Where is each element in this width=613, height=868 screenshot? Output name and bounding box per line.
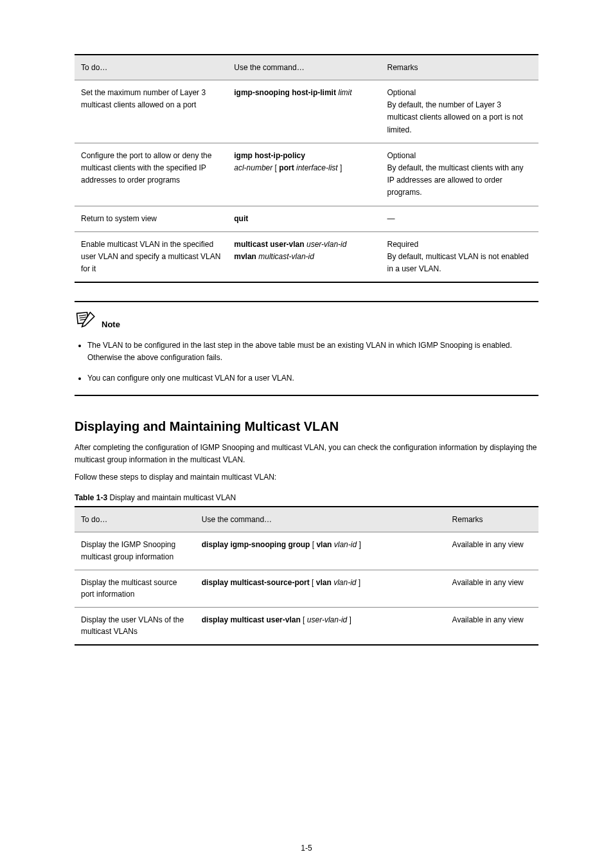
body-paragraph: Follow these steps to display and mainta… (75, 473, 538, 482)
cell-todo: Display the user VLANs of the multicast … (75, 607, 195, 645)
cell-command: display igmp-snooping group [ vlan vlan-… (195, 532, 446, 570)
cmd-text: ] (338, 163, 342, 172)
cmd-text: ] (357, 540, 361, 549)
cell-todo: Enable multicast VLAN in the specified u… (75, 231, 227, 282)
cmd-keyword: display igmp-snooping group (202, 540, 310, 549)
col-header-remarks: Remarks (381, 55, 539, 80)
table-row: Display the multicast source port inform… (75, 570, 538, 607)
col-header-todo: To do… (75, 507, 195, 532)
cmd-text: [ (301, 615, 307, 624)
note-item: The VLAN to be configured in the last st… (87, 339, 538, 363)
cell-remarks: Optional By default, the number of Layer… (381, 80, 539, 143)
table-row: Display the user VLANs of the multicast … (75, 607, 538, 645)
cmd-arg: interface-list (296, 163, 338, 172)
note-header: Note (76, 311, 538, 329)
note-block: Note The VLAN to be configured in the la… (75, 301, 538, 396)
table-row: Set the maximum number of Layer 3 multic… (75, 80, 538, 143)
cell-command: igmp host-ip-policy acl-number [ port in… (227, 143, 380, 206)
cmd-text: ] (347, 615, 351, 624)
cell-remarks: Available in any view (446, 607, 538, 645)
cell-todo: Return to system view (75, 206, 227, 231)
cmd-arg: multicast-vlan-id (258, 252, 314, 261)
cell-command: multicast user-vlan user-vlan-id mvlan m… (227, 231, 380, 282)
cell-todo: Display the IGMP Snooping multicast grou… (75, 532, 195, 570)
cmd-keyword: display multicast user-vlan (202, 615, 301, 624)
cmd-keyword: port (279, 163, 294, 172)
cell-remarks: — (381, 206, 539, 231)
page-number: 1-5 (0, 844, 613, 853)
cmd-text: [ (310, 540, 316, 549)
cmd-keyword: mvlan (234, 252, 258, 261)
section-heading: Displaying and Maintaining Multicast VLA… (75, 419, 538, 434)
cell-todo: Display the multicast source port inform… (75, 570, 195, 607)
cmd-keyword: multicast user-vlan (234, 240, 304, 249)
cmd-text: ] (356, 578, 360, 587)
cell-remarks: Required By default, multicast VLAN is n… (381, 231, 539, 282)
cmd-text: [ (310, 578, 316, 587)
cmd-keyword: vlan (316, 540, 332, 549)
cmd-arg: user-vlan-id (307, 615, 347, 624)
cell-command: display multicast user-vlan [ user-vlan-… (195, 607, 446, 645)
note-list: The VLAN to be configured in the last st… (87, 339, 538, 384)
cmd-arg: limit (338, 88, 351, 97)
config-steps-table: To do… Use the command… Remarks Set the … (75, 54, 538, 283)
note-item: You can configure only one multicast VLA… (87, 372, 538, 384)
table-row: Return to system view quit — (75, 206, 538, 231)
cmd-keyword: igmp-snooping host-ip-limit (234, 88, 338, 97)
cmd-keyword: display multicast-source-port (202, 578, 310, 587)
caption-label: Table 1-3 (75, 493, 109, 502)
cell-remarks: Available in any view (446, 532, 538, 570)
body-paragraph: After completing the configuration of IG… (75, 442, 538, 466)
cmd-arg: user-vlan-id (305, 240, 347, 249)
cell-command: display multicast-source-port [ vlan vla… (195, 570, 446, 607)
cell-todo: Set the maximum number of Layer 3 multic… (75, 80, 227, 143)
col-header-command: Use the command… (195, 507, 446, 532)
cmd-arg: vlan-id (332, 578, 357, 587)
cmd-keyword: igmp host-ip-policy (234, 151, 305, 160)
cmd-arg: acl-number (234, 163, 272, 172)
table-row: Enable multicast VLAN in the specified u… (75, 231, 538, 282)
table-row: Display the IGMP Snooping multicast grou… (75, 532, 538, 570)
display-commands-table: To do… Use the command… Remarks Display … (75, 506, 538, 646)
cell-command: igmp-snooping host-ip-limit limit (227, 80, 380, 143)
col-header-todo: To do… (75, 55, 227, 80)
document-page: To do… Use the command… Remarks Set the … (0, 0, 613, 868)
cmd-keyword: quit (234, 214, 248, 223)
cmd-arg: vlan-id (332, 540, 357, 549)
cmd-text: [ (272, 163, 279, 172)
cell-remarks: Available in any view (446, 570, 538, 607)
caption-text: Display and maintain multicast VLAN (109, 493, 236, 502)
cell-remarks: Optional By default, the multicast clien… (381, 143, 539, 206)
col-header-remarks: Remarks (446, 507, 538, 532)
cell-todo: Configure the port to allow or deny the … (75, 143, 227, 206)
table-row: Configure the port to allow or deny the … (75, 143, 538, 206)
cmd-keyword: vlan (316, 578, 332, 587)
table-header-row: To do… Use the command… Remarks (75, 55, 538, 80)
table-header-row: To do… Use the command… Remarks (75, 507, 538, 532)
note-icon (76, 311, 96, 329)
note-label: Note (102, 320, 120, 329)
cell-command: quit (227, 206, 380, 231)
col-header-command: Use the command… (227, 55, 380, 80)
table-caption: Table 1-3 Display and maintain multicast… (75, 493, 538, 502)
